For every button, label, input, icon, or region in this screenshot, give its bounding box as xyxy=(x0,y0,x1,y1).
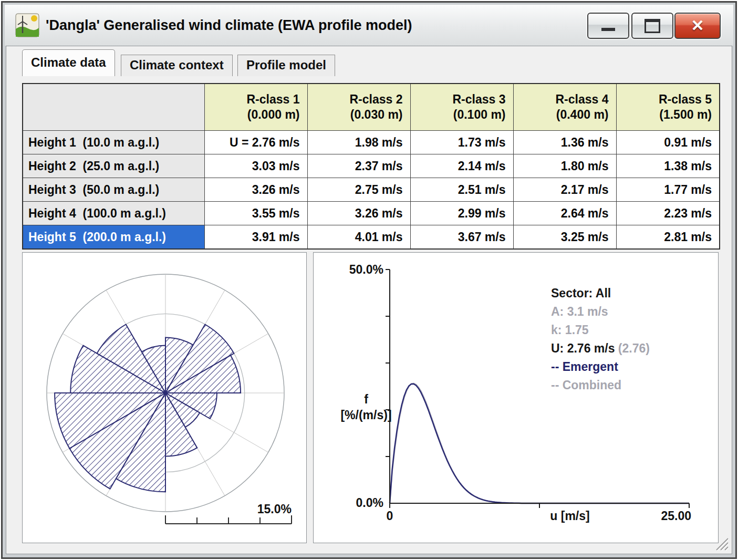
table-corner-cell xyxy=(23,84,204,131)
cell-h3-rclass4: 2.17 m/s xyxy=(513,178,616,202)
row-label-height-3[interactable]: Height 3 (50.0 m a.g.l.) xyxy=(23,178,204,202)
wind-rose-chart: 15.0% xyxy=(23,253,306,543)
col-header-rclass-5: R-class 5(1.500 m) xyxy=(616,84,720,131)
title-bar[interactable]: 'Dangla' Generalised wind climate (EWA p… xyxy=(5,5,733,46)
table-row-height-4: Height 4 (100.0 m a.g.l.)3.55 m/s3.26 m/… xyxy=(23,202,720,225)
cell-h5-rclass4: 3.25 m/s xyxy=(513,225,616,250)
svg-text:u [m/s]: u [m/s] xyxy=(550,509,589,523)
svg-text:0.0%: 0.0% xyxy=(356,496,383,510)
legend-combined: -- Combined xyxy=(551,376,650,395)
svg-text:f: f xyxy=(364,392,368,406)
row-label-height-2[interactable]: Height 2 (25.0 m a.g.l.) xyxy=(23,154,204,178)
maximize-icon xyxy=(645,19,660,33)
chart-legend: Sector: All A: 3.1 m/s k: 1.75 U: 2.76 m… xyxy=(551,284,650,395)
cell-h2-rclass2: 2.37 m/s xyxy=(307,154,410,178)
cell-h5-rclass3: 3.67 m/s xyxy=(410,225,513,250)
legend-mean-speed-combined: (2.76) xyxy=(618,341,650,355)
cell-h2-rclass4: 1.80 m/s xyxy=(513,154,616,178)
cell-h2-rclass1: 3.03 m/s xyxy=(204,154,307,178)
tab-profile-model[interactable]: Profile model xyxy=(237,55,335,76)
legend-sector: Sector: All xyxy=(551,284,650,303)
window-content: Climate data Climate context Profile mod… xyxy=(6,46,732,554)
row-label-height-5[interactable]: Height 5 (200.0 m a.g.l.) xyxy=(23,225,204,250)
row-label-height-4[interactable]: Height 4 (100.0 m a.g.l.) xyxy=(23,202,204,225)
cell-h5-rclass5: 2.81 m/s xyxy=(616,225,720,250)
cell-h3-rclass1: 3.26 m/s xyxy=(204,178,307,202)
cell-h5-rclass1: 3.91 m/s xyxy=(204,225,307,250)
cell-h1-rclass4: 1.36 m/s xyxy=(513,131,616,154)
svg-text:15.0%: 15.0% xyxy=(257,502,292,516)
minimize-icon xyxy=(601,28,615,31)
table-body: Height 1 (10.0 m a.g.l.)U = 2.76 m/s1.98… xyxy=(23,131,720,250)
cell-h3-rclass5: 1.77 m/s xyxy=(616,178,720,202)
cell-h4-rclass5: 2.23 m/s xyxy=(616,202,720,225)
window-title: 'Dangla' Generalised wind climate (EWA p… xyxy=(46,5,412,46)
cell-h1-rclass1: U = 2.76 m/s xyxy=(204,131,307,154)
col-header-rclass-3: R-class 3(0.100 m) xyxy=(410,84,513,131)
row-label-height-1[interactable]: Height 1 (10.0 m a.g.l.) xyxy=(23,131,204,154)
minimize-button[interactable] xyxy=(587,13,629,39)
cell-h3-rclass3: 2.51 m/s xyxy=(410,178,513,202)
resize-grip[interactable] xyxy=(712,534,731,553)
tab-climate-context[interactable]: Climate context xyxy=(121,55,233,76)
cell-h1-rclass2: 1.98 m/s xyxy=(307,131,410,154)
legend-mean-speed-emergent: U: 2.76 m/s xyxy=(551,341,615,355)
cell-h5-rclass2: 4.01 m/s xyxy=(307,225,410,250)
legend-weibull-a: A: 3.1 m/s xyxy=(551,303,650,321)
legend-weibull-k: k: 1.75 xyxy=(551,321,650,339)
svg-text:[%/(m/s)]: [%/(m/s)] xyxy=(340,408,391,422)
cell-h4-rclass2: 3.26 m/s xyxy=(307,202,410,225)
maximize-button[interactable] xyxy=(631,13,673,39)
cell-h4-rclass1: 3.55 m/s xyxy=(204,202,307,225)
wind-rose-panel: 15.0% xyxy=(22,252,307,543)
cell-h4-rclass3: 2.99 m/s xyxy=(410,202,513,225)
cell-h1-rclass3: 1.73 m/s xyxy=(410,131,513,154)
col-header-rclass-4: R-class 4(0.400 m) xyxy=(513,84,616,131)
cell-h4-rclass4: 2.64 m/s xyxy=(513,202,616,225)
table-row-height-5: Height 5 (200.0 m a.g.l.)3.91 m/s4.01 m/… xyxy=(23,225,720,250)
close-button[interactable]: ✕ xyxy=(674,13,721,39)
weibull-chart: 50.0%0.0%025.00u [m/s]f[%/(m/s)] xyxy=(314,253,718,543)
app-window: 'Dangla' Generalised wind climate (EWA p… xyxy=(1,1,737,559)
app-icon xyxy=(15,13,39,37)
legend-mean-speed: U: 2.76 m/s (2.76) xyxy=(551,339,650,358)
tab-climate-data[interactable]: Climate data xyxy=(22,49,115,76)
cell-h2-rclass3: 2.14 m/s xyxy=(410,154,513,178)
legend-emergent: -- Emergent xyxy=(551,358,650,376)
close-icon: ✕ xyxy=(691,15,704,37)
table-row-height-3: Height 3 (50.0 m a.g.l.)3.26 m/s2.75 m/s… xyxy=(23,178,720,202)
cell-h2-rclass5: 1.38 m/s xyxy=(616,154,720,178)
svg-text:50.0%: 50.0% xyxy=(349,263,383,276)
col-header-rclass-2: R-class 2(0.030 m) xyxy=(307,84,410,131)
climate-table: R-class 1(0.000 m)R-class 2(0.030 m)R-cl… xyxy=(22,83,720,250)
cell-h1-rclass5: 0.91 m/s xyxy=(616,131,720,154)
table-header: R-class 1(0.000 m)R-class 2(0.030 m)R-cl… xyxy=(23,84,720,131)
table-row-height-2: Height 2 (25.0 m a.g.l.)3.03 m/s2.37 m/s… xyxy=(23,154,720,178)
cell-h3-rclass2: 2.75 m/s xyxy=(307,178,410,202)
distribution-panel: 50.0%0.0%025.00u [m/s]f[%/(m/s)] Sector:… xyxy=(313,252,719,543)
table-row-height-1: Height 1 (10.0 m a.g.l.)U = 2.76 m/s1.98… xyxy=(23,131,720,154)
svg-text:25.00: 25.00 xyxy=(661,509,691,523)
svg-text:0: 0 xyxy=(387,509,393,523)
col-header-rclass-1: R-class 1(0.000 m) xyxy=(204,84,307,131)
